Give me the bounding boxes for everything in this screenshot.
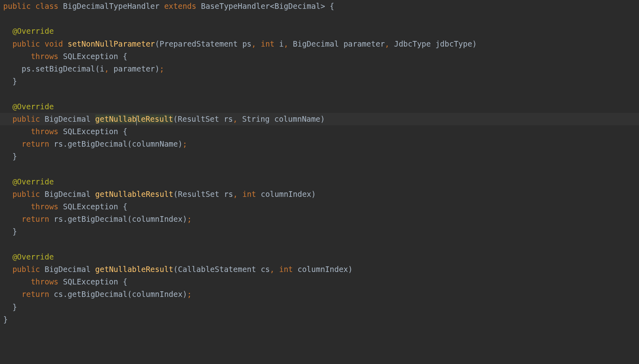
indent <box>3 77 12 86</box>
token-plain: CallableStatement cs <box>178 265 270 274</box>
token-semi: ; <box>182 139 187 148</box>
token-comma: , <box>284 39 288 48</box>
code-line[interactable]: @Override <box>0 176 639 188</box>
indent <box>3 252 12 261</box>
indent <box>3 215 22 223</box>
token-kw: public <box>3 2 31 10</box>
indent <box>3 152 12 161</box>
code-line[interactable]: } <box>0 313 639 326</box>
token-plain: BigDecimal <box>45 190 90 198</box>
code-line[interactable]: return rs.getBigDecimal(columnIndex); <box>0 213 639 225</box>
code-line[interactable]: public BigDecimal getNullableResult(Call… <box>0 263 639 276</box>
token-punct: { <box>123 52 127 61</box>
token-punct: { <box>330 2 334 10</box>
token-ann: @Override <box>12 177 54 186</box>
indent <box>3 227 12 236</box>
token-ann: @Override <box>12 27 54 35</box>
token-plain <box>90 265 95 274</box>
token-method: getNullab <box>95 115 137 123</box>
token-kw: int <box>242 190 256 198</box>
code-line[interactable] <box>0 12 639 25</box>
token-kw: return <box>22 139 49 148</box>
token-kw: void <box>45 39 63 48</box>
token-plain: columnIndex <box>256 190 311 198</box>
token-method: setNonNullParameter <box>68 39 155 48</box>
token-punct: { <box>123 277 127 286</box>
token-plain <box>197 2 201 10</box>
token-plain: BigDecimal parameter <box>288 39 385 48</box>
code-line[interactable]: throws SQLException { <box>0 200 639 213</box>
token-kw: return <box>22 290 49 299</box>
token-ann: @Override <box>12 102 54 111</box>
token-plain: BigDecimal <box>45 115 90 123</box>
indent <box>3 277 31 286</box>
indent <box>3 102 12 111</box>
token-plain: cs.getBigDecimal(columnIndex) <box>49 290 187 299</box>
indent <box>3 202 31 211</box>
code-line[interactable]: throws SQLException { <box>0 50 639 63</box>
token-kw: int <box>261 39 274 48</box>
token-plain: SQLException <box>58 127 123 136</box>
token-kw: throws <box>31 52 59 61</box>
token-plain: BaseTypeHandler <box>201 2 270 10</box>
token-comma: , <box>233 190 238 198</box>
text-caret <box>136 116 137 125</box>
token-punct: ) <box>320 115 325 123</box>
code-line[interactable]: ps.setBigDecimal(i, parameter); <box>0 63 639 75</box>
code-line[interactable]: @Override <box>0 100 639 113</box>
token-plain <box>40 265 45 274</box>
token-plain: SQLException <box>58 202 123 211</box>
token-plain <box>90 190 95 198</box>
token-kw: throws <box>31 202 59 211</box>
token-plain: SQLException <box>58 52 123 61</box>
code-line[interactable]: } <box>0 301 639 313</box>
token-plain: rs.getBigDecimal(columnIndex) <box>49 215 187 223</box>
token-plain <box>160 2 164 10</box>
indent <box>3 39 12 48</box>
token-plain <box>256 39 260 48</box>
code-line[interactable]: } <box>0 225 639 238</box>
code-line[interactable]: } <box>0 150 639 163</box>
code-line[interactable]: @Override <box>0 25 639 37</box>
token-plain: i <box>274 39 284 48</box>
code-line[interactable] <box>0 163 639 175</box>
indent <box>3 265 12 274</box>
token-semi: ; <box>160 64 164 73</box>
token-plain: ResultSet rs <box>178 190 233 198</box>
token-plain: parameter) <box>109 64 160 73</box>
token-plain <box>40 190 45 198</box>
token-plain <box>31 2 35 10</box>
token-plain: JdbcType jdbcType <box>389 39 472 48</box>
token-plain <box>238 190 242 198</box>
code-line[interactable]: public void setNonNullParameter(Prepared… <box>0 38 639 50</box>
token-punct: { <box>123 202 127 211</box>
token-comma: , <box>252 39 256 48</box>
token-punct: < <box>270 2 274 10</box>
token-plain <box>40 39 45 48</box>
code-line[interactable]: @Override <box>0 251 639 263</box>
indent <box>3 52 31 61</box>
code-line[interactable]: public BigDecimal getNullableResult(Resu… <box>0 188 639 200</box>
code-line[interactable] <box>0 238 639 251</box>
token-comma: , <box>385 39 389 48</box>
code-line[interactable]: return cs.getBigDecimal(columnIndex); <box>0 288 639 301</box>
token-kw: throws <box>31 277 59 286</box>
code-line[interactable]: throws SQLException { <box>0 276 639 288</box>
token-plain <box>325 2 330 10</box>
token-punct: } <box>12 227 17 236</box>
token-punct: } <box>3 315 8 324</box>
code-line[interactable]: public class BigDecimalTypeHandler exten… <box>0 0 639 12</box>
code-line[interactable] <box>0 88 639 100</box>
indent <box>3 139 22 148</box>
code-line[interactable]: } <box>0 75 639 88</box>
code-line[interactable]: return rs.getBigDecimal(columnName); <box>0 138 639 150</box>
code-editor[interactable]: public class BigDecimalTypeHandler exten… <box>0 0 639 326</box>
token-plain: SQLException <box>58 277 123 286</box>
token-punct: ) <box>348 265 352 274</box>
token-punct: ) <box>311 190 316 198</box>
token-kw: int <box>279 265 293 274</box>
token-plain <box>40 115 45 123</box>
token-kw: public <box>12 190 40 198</box>
code-line[interactable]: throws SQLException { <box>0 125 639 138</box>
code-line[interactable]: public BigDecimal getNullableResult(Resu… <box>0 113 639 125</box>
